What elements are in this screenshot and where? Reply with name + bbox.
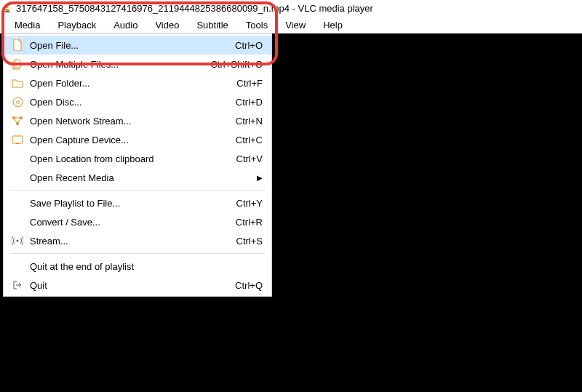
menuitem-label: Quit [25,280,228,291]
menuitem-shortcut: Ctrl+Shift+O [203,59,263,70]
svg-rect-2 [6,8,9,9]
folder-icon [9,78,25,88]
titlebar: 317647158_5750843127416976_2119444825386… [0,0,582,16]
capture-icon [9,135,25,144]
menuitem-open-location-from-clipboard[interactable]: Open Location from clipboardCtrl+V [4,149,271,168]
menuitem-quit-at-the-end-of-playlist[interactable]: Quit at the end of playlist [4,257,271,276]
svg-rect-1 [6,6,8,7]
menuitem-quit[interactable]: QuitCtrl+Q [4,276,271,295]
menu-help[interactable]: Help [314,17,351,33]
menuitem-shortcut: Ctrl+Q [228,280,263,291]
disc-icon [9,97,25,108]
menuitem-label: Open Location from clipboard [25,153,229,164]
media-menu-dropdown: Open File...Ctrl+OOpen Multiple Files...… [3,33,272,297]
menu-tools[interactable]: Tools [237,17,276,33]
menuitem-shortcut: Ctrl+R [228,217,263,228]
menuitem-label: Open Multiple Files... [25,59,203,70]
menu-view[interactable]: View [276,17,314,33]
menuitem-shortcut: Ctrl+F [229,78,263,89]
menuitem-shortcut: Ctrl+O [228,40,263,51]
menuitem-open-folder[interactable]: Open Folder...Ctrl+F [4,73,271,92]
svg-rect-9 [12,136,23,143]
menuitem-label: Stream... [25,236,229,247]
files-icon [9,58,25,70]
menuitem-open-disc[interactable]: Open Disc...Ctrl+D [4,92,271,111]
menuitem-open-multiple-files[interactable]: Open Multiple Files...Ctrl+Shift+O [4,55,271,73]
quit-icon [9,280,25,290]
menuitem-convert-save[interactable]: Convert / Save...Ctrl+R [4,212,271,231]
menu-separator [9,190,266,191]
menu-audio[interactable]: Audio [105,17,146,33]
menu-media[interactable]: Media [6,17,49,33]
svg-point-12 [17,240,19,242]
menubar: MediaPlaybackAudioVideoSubtitleToolsView… [0,16,582,33]
menuitem-label: Convert / Save... [25,217,228,228]
menuitem-label: Save Playlist to File... [25,198,229,209]
svg-point-4 [13,97,23,107]
menuitem-save-playlist-to-file[interactable]: Save Playlist to File...Ctrl+Y [4,193,271,212]
menuitem-shortcut: Ctrl+C [228,135,263,145]
menuitem-open-file[interactable]: Open File...Ctrl+O [4,36,271,55]
menuitem-label: Open Capture Device... [25,135,228,145]
menuitem-label: Open Network Stream... [25,116,228,127]
menu-separator [9,253,266,254]
menu-playback[interactable]: Playback [49,17,105,33]
menuitem-open-network-stream[interactable]: Open Network Stream...Ctrl+N [4,111,271,130]
menuitem-stream[interactable]: Stream...Ctrl+S [4,231,271,250]
menuitem-label: Open Recent Media [25,172,263,183]
menuitem-shortcut: Ctrl+N [228,116,263,127]
window-title: 317647158_5750843127416976_2119444825386… [16,3,373,14]
menuitem-shortcut: Ctrl+D [228,97,263,108]
menuitem-shortcut: Ctrl+S [229,236,263,247]
menuitem-shortcut: Ctrl+Y [229,198,263,209]
menuitem-label: Open Disc... [25,97,228,108]
menu-video[interactable]: Video [146,17,188,33]
network-icon [9,116,25,126]
stream-icon [9,236,25,246]
svg-marker-0 [5,4,9,11]
vlc-cone-icon [3,4,12,12]
file-icon [9,39,25,51]
menuitem-open-recent-media[interactable]: Open Recent Media▶ [4,168,271,187]
svg-rect-3 [5,11,10,12]
menuitem-label: Quit at the end of playlist [25,261,263,272]
menuitem-open-capture-device[interactable]: Open Capture Device...Ctrl+C [4,130,271,149]
menuitem-label: Open File... [25,40,228,51]
menuitem-shortcut: Ctrl+V [229,153,263,164]
menuitem-label: Open Folder... [25,78,229,89]
menu-subtitle[interactable]: Subtitle [188,17,236,33]
submenu-arrow-icon: ▶ [257,174,263,182]
svg-rect-10 [16,143,19,144]
